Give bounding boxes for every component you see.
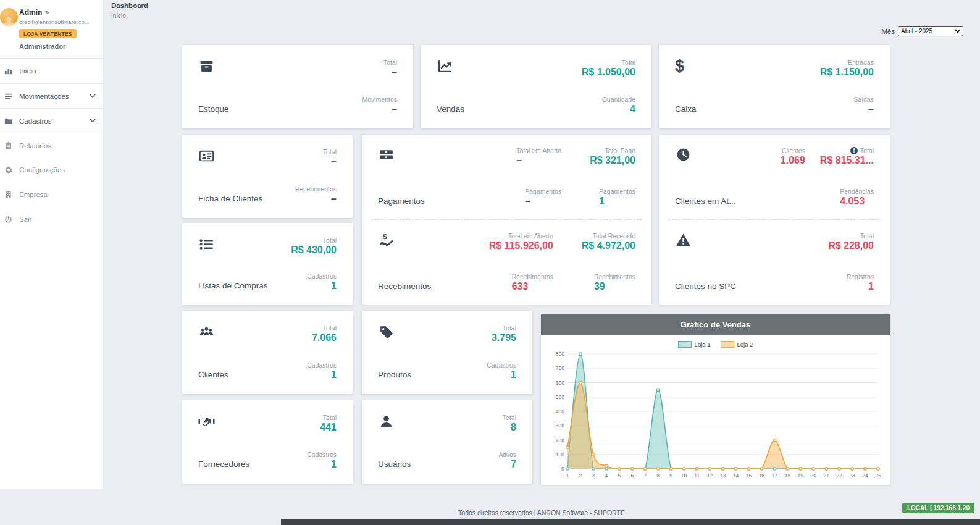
stat-value: –: [516, 155, 561, 166]
stat-value: R$ 815.31...: [820, 155, 874, 166]
stat-label: Registros: [828, 273, 874, 280]
card-vendas: Vendas TotalR$ 1.050,00 Quantidade4: [421, 45, 651, 128]
gear-icon: [3, 166, 14, 174]
card-title: Clientes no SPC: [675, 282, 736, 292]
list-lines-icon: [3, 92, 14, 101]
sidebar-item-configuracoes[interactable]: Configurações: [0, 158, 103, 182]
sidebar-item-label: Configurações: [19, 166, 65, 174]
svg-text:24: 24: [862, 472, 868, 479]
stat-value: –: [362, 67, 397, 78]
sidebar-item-label: Início: [19, 67, 36, 75]
tag-icon: [378, 324, 411, 341]
svg-text:16: 16: [759, 472, 765, 479]
user-icon: [378, 414, 411, 430]
svg-text:22: 22: [836, 472, 842, 479]
stat-value: 1: [599, 196, 635, 207]
stat-value: 7: [498, 459, 516, 470]
svg-text:6: 6: [630, 472, 634, 479]
sales-chart-card: Gráfico de Vendas Loja 1 Loja 2 01002003…: [541, 314, 890, 485]
user-email: credit@anronsoftware.co...: [19, 19, 99, 25]
stat-value: 1: [307, 459, 337, 470]
stat-value: –: [820, 104, 874, 115]
stat-value: 4: [582, 104, 635, 115]
folder-icon: [3, 117, 14, 125]
stat-label: Quantidade: [582, 96, 635, 103]
chart-title: Gráfico de Vendas: [541, 314, 890, 335]
sidebar-item-cadastros[interactable]: Cadastros: [0, 108, 103, 133]
user-name-row: Admin ✎: [19, 8, 99, 17]
stat-label: Total: [307, 324, 337, 332]
card-estoque: Estoque Total– Movimentos–: [182, 45, 413, 128]
stat-label: Total: [291, 237, 337, 244]
sales-line-chart: 0100200300400500600700800123456789101112…: [547, 348, 883, 482]
svg-text:2: 2: [579, 472, 582, 479]
card-usuarios: Usuários Total8 Ativos7: [362, 400, 532, 484]
svg-text:14: 14: [733, 472, 739, 479]
legend-item-loja2[interactable]: Loja 2: [721, 341, 753, 348]
card-produtos: Produtos Total3.795 Cadastros1: [362, 311, 532, 394]
stat-value: R$ 1.150,00: [820, 67, 874, 78]
sidebar-item-label: Empresa: [19, 191, 48, 198]
stat-value: 39: [594, 281, 635, 292]
stat-label: Total em Aberto: [489, 232, 553, 240]
sidebar-item-empresa[interactable]: Empresa: [0, 182, 103, 207]
sidebar-item-relatorios[interactable]: Relatórios: [0, 133, 103, 158]
legend-item-loja1[interactable]: Loja 1: [678, 341, 711, 348]
sidebar-item-label: Relatórios: [19, 142, 51, 149]
card-title: Fornecedores: [198, 460, 249, 470]
stat-label: Recebimentos: [295, 185, 337, 193]
stat-label: Total: [860, 147, 874, 154]
card-title: Pagamentos: [378, 196, 425, 207]
sidebar-item-label: Cadastros: [19, 117, 51, 125]
card-title: Ficha de Clientes: [198, 194, 262, 204]
month-select[interactable]: Abril - 2025: [898, 26, 963, 36]
stat-label: Total: [582, 59, 635, 66]
sidebar-item-sair[interactable]: Sair: [0, 207, 103, 232]
card-clientes: Clientes Total7.066 Cadastros1: [182, 311, 353, 394]
stat-label: Cadastros: [307, 451, 337, 458]
money-bills-icon: [378, 147, 425, 164]
svg-text:500: 500: [556, 394, 564, 400]
breadcrumb: Início: [111, 12, 126, 19]
card-pagamentos-recebimentos: Pagamentos Total em Aberto– Pagamentos– …: [362, 135, 651, 304]
svg-text:21: 21: [823, 472, 829, 479]
avatar: [0, 8, 18, 26]
archive-icon: [198, 59, 229, 75]
stat-value: R$ 228,00: [828, 240, 874, 251]
footer-copyright: Todos direitos reservados | ANRON Softwa…: [103, 509, 980, 516]
chart-line-icon: [437, 59, 464, 75]
svg-text:15: 15: [746, 472, 752, 479]
stat-value: 7.066: [307, 332, 337, 343]
sidebar: Admin ✎ credit@anronsoftware.co... LOJA …: [0, 0, 103, 489]
edit-pencil-icon[interactable]: ✎: [44, 9, 49, 16]
info-icon: i: [850, 147, 858, 154]
clientes-atraso-section: Clientes em At... Clientes1.069 iTotalR$…: [659, 135, 890, 219]
hand-dollar-icon: $: [378, 232, 431, 249]
stat-label: Total Pago: [590, 147, 635, 154]
user-profile: Admin ✎ credit@anronsoftware.co... LOJA …: [0, 0, 103, 55]
stat-value: R$ 4.972,00: [582, 240, 635, 251]
legend-swatch: [678, 341, 692, 348]
month-filter: Mês Abril - 2025: [881, 26, 963, 36]
stat-label: Cadastros: [487, 361, 516, 369]
card-title: Listas de Compras: [198, 281, 268, 292]
stat-label: Movimentos: [362, 96, 397, 103]
sidebar-item-movimentacoes[interactable]: Movimentações: [0, 83, 103, 108]
stat-value: R$ 430,00: [291, 245, 337, 256]
stat-label: Saídas: [820, 96, 874, 103]
legend-label: Loja 2: [737, 341, 753, 348]
sidebar-item-inicio[interactable]: Início: [0, 59, 103, 83]
svg-text:800: 800: [556, 351, 564, 357]
svg-text:$: $: [383, 233, 387, 240]
power-icon: [3, 216, 14, 224]
sidebar-item-label: Sair: [19, 216, 31, 223]
handshake-icon: [198, 414, 249, 430]
stat-value: R$ 321,00: [590, 155, 635, 166]
chart-legend: Loja 1 Loja 2: [547, 335, 884, 348]
svg-text:100: 100: [556, 452, 564, 458]
stat-label: Ativos: [498, 451, 516, 458]
stat-label: Total: [295, 148, 337, 156]
card-title: Clientes em At...: [675, 196, 735, 207]
card-title: Caixa: [675, 104, 697, 115]
svg-text:700: 700: [556, 365, 564, 371]
